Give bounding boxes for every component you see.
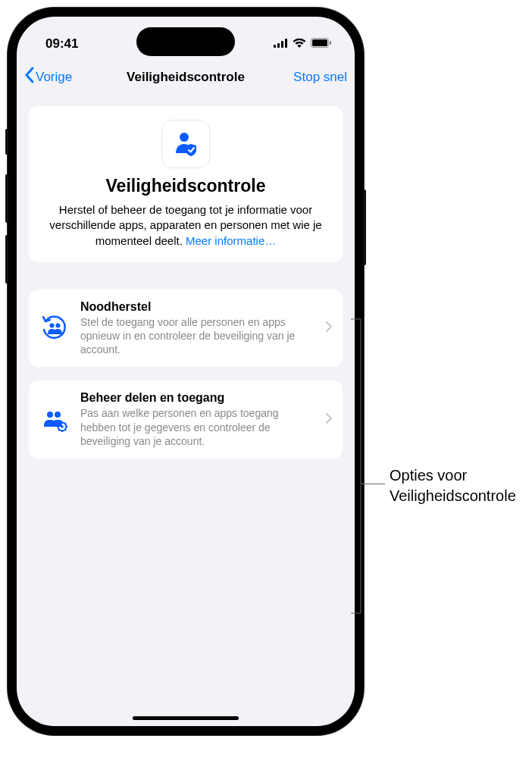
svg-rect-3 [285, 39, 287, 48]
options-list: Noodherstel Stel de toegang voor alle pe… [29, 290, 343, 459]
emergency-reset-option[interactable]: Noodherstel Stel de toegang voor alle pe… [29, 290, 343, 368]
svg-point-7 [180, 133, 189, 142]
phone-frame: 09:41 Vorige Veiligheidscontrol [8, 8, 364, 735]
nav-bar: Vorige Veiligheidscontrole Stop snel [17, 61, 355, 94]
callout-label: Opties voor Veiligheidscontrole [390, 465, 518, 506]
svg-line-19 [65, 429, 66, 430]
svg-rect-1 [277, 43, 280, 48]
svg-point-10 [47, 412, 53, 418]
manage-sharing-icon [39, 405, 70, 434]
header-card-title: Veiligheidscontrole [42, 176, 329, 196]
phone-screen: 09:41 Vorige Veiligheidscontrol [17, 17, 355, 726]
svg-point-13 [61, 425, 64, 428]
nav-title: Veiligheidscontrole [127, 70, 245, 85]
quick-exit-button[interactable]: Stop snel [293, 70, 347, 85]
back-button[interactable]: Vorige [24, 67, 72, 88]
content-area: Veiligheidscontrole Herstel of beheer de… [17, 94, 355, 484]
more-info-link[interactable]: Meer informatie… [186, 234, 276, 247]
svg-line-20 [58, 429, 59, 430]
safety-check-icon [161, 120, 210, 168]
svg-point-11 [55, 412, 61, 418]
chevron-left-icon [24, 67, 34, 88]
status-time: 09:41 [45, 36, 78, 52]
chevron-right-icon [326, 413, 332, 427]
header-card-description: Herstel of beheer de toegang tot je info… [42, 202, 329, 249]
dynamic-island [136, 27, 235, 56]
back-label: Vorige [36, 70, 72, 85]
svg-rect-5 [312, 39, 327, 46]
svg-rect-2 [281, 41, 283, 48]
option-description: Pas aan welke personen en apps toegang h… [80, 406, 315, 448]
wifi-icon [293, 36, 306, 52]
side-button [5, 129, 8, 155]
svg-point-8 [50, 324, 55, 328]
cellular-icon [274, 36, 288, 52]
chevron-right-icon [326, 321, 332, 335]
svg-line-18 [58, 423, 59, 424]
callout-line [362, 484, 385, 484]
header-card: Veiligheidscontrole Herstel of beheer de… [29, 106, 343, 262]
callout-bracket [350, 318, 364, 614]
svg-rect-0 [274, 45, 276, 48]
battery-icon [311, 36, 332, 52]
option-title: Beheer delen en toegang [80, 391, 315, 405]
home-indicator[interactable] [133, 716, 239, 720]
side-button [5, 235, 8, 283]
option-description: Stel de toegang voor alle personen en ap… [80, 315, 315, 357]
side-button [5, 174, 8, 223]
option-title: Noodherstel [80, 300, 315, 314]
side-button [363, 189, 366, 265]
svg-rect-6 [330, 41, 331, 45]
emergency-reset-icon [39, 314, 70, 343]
svg-line-21 [65, 423, 66, 424]
manage-sharing-option[interactable]: Beheer delen en toegang Pas aan welke pe… [29, 380, 343, 459]
svg-point-9 [56, 324, 61, 328]
